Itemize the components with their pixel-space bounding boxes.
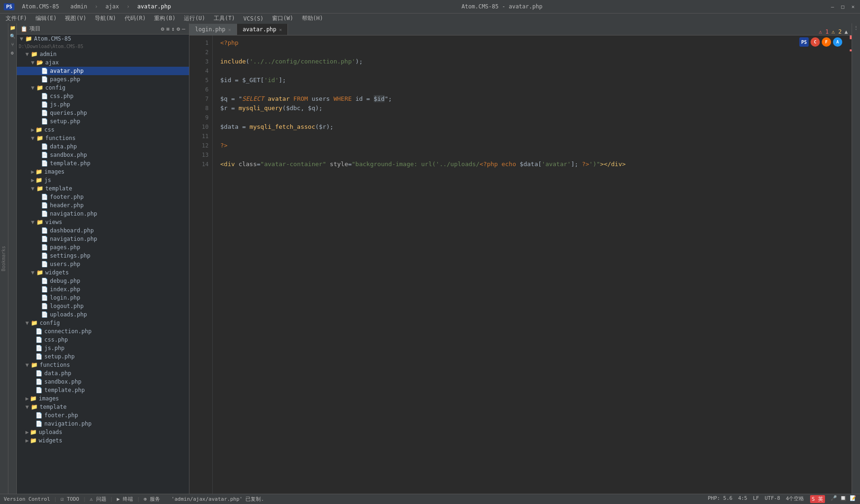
line-num-14: 14 (189, 160, 209, 169)
tree-item-pages-php[interactable]: 📄 pages.php (17, 75, 189, 84)
tree-item-functions2[interactable]: ▼ 📁 functions (17, 361, 189, 369)
settings-icon-btn[interactable]: ⚙ (9, 50, 16, 57)
tree-item-avatar-php[interactable]: 📄 avatar.php (17, 67, 189, 75)
tree-item-functions1[interactable]: ▼ 📁 functions (17, 134, 189, 142)
tree-item-template-php2[interactable]: 📄 template.php (17, 386, 189, 394)
tree-item-queries-php[interactable]: 📄 queries.php (17, 109, 189, 117)
status-spaces[interactable]: 4个空格 (786, 495, 804, 503)
tab-login-php-close[interactable]: ✕ (228, 27, 231, 32)
project-icon: 📋 (21, 26, 28, 32)
tree-item-footer-php1[interactable]: 📄 footer.php (17, 193, 189, 201)
tree-item-uploads-php[interactable]: 📄 uploads.php (17, 310, 189, 319)
tree-item-images2[interactable]: ▶ 📁 images (17, 394, 189, 403)
bookmarks-label[interactable]: Bookmarks (1, 246, 6, 271)
tree-item-header-php1[interactable]: 📄 header.php (17, 201, 189, 210)
menu-code[interactable]: 代码(R) (121, 14, 150, 23)
tree-item-connection-php[interactable]: 📄 connection.php (17, 327, 189, 336)
tree-item-login-php1[interactable]: 📄 login.php (17, 294, 189, 302)
tab-avatar-php-close[interactable]: ✕ (279, 27, 282, 32)
tree-item-js1[interactable]: ▶ 📁 js (17, 176, 189, 184)
tree-item-navigation-php2[interactable]: 📄 navigation.php (17, 420, 189, 428)
menu-vcs[interactable]: VCS(S) (240, 14, 267, 23)
file-tree-menu-icon[interactable]: ⚙ (177, 26, 180, 32)
line-num-12: 12 (189, 141, 209, 150)
file-tree-minimize-icon[interactable]: — (182, 26, 185, 32)
tree-item-sandbox-php2[interactable]: 📄 sandbox.php (17, 378, 189, 386)
window-controls[interactable]: — □ ✕ (829, 3, 856, 10)
tree-item-navigation-php1[interactable]: 📄 navigation.php (17, 210, 189, 218)
tab-atom-cms[interactable]: Atom.CMS-85 (18, 2, 63, 11)
tree-item-widgets1[interactable]: ▼ 📁 widgets (17, 268, 189, 277)
search-icon-btn[interactable]: 🔍 (9, 34, 16, 40)
tree-item-js-php1[interactable]: 📄 js.php (17, 100, 189, 109)
tree-item-dashboard-php[interactable]: 📄 dashboard.php (17, 226, 189, 235)
tree-item-sandbox-php1[interactable]: 📄 sandbox.php (17, 151, 189, 159)
status-todo[interactable]: ☑ TODO (61, 496, 79, 502)
menu-help[interactable]: 帮助(H) (298, 14, 327, 23)
tree-item-js-php2[interactable]: 📄 js.php (17, 344, 189, 352)
right-sidebar-icon1[interactable]: ⋮ (853, 25, 859, 31)
tree-item-admin[interactable]: ▼ 📁 admin (17, 50, 189, 58)
tree-item-css-php2[interactable]: 📄 css.php (17, 336, 189, 344)
menu-file[interactable]: 文件(F) (2, 14, 31, 23)
tree-item-config2[interactable]: ▼ 📁 config (17, 319, 189, 327)
folder-icon-btn[interactable]: 📁 (9, 25, 16, 32)
warning-count-badge[interactable]: ⚠ 2 (832, 28, 842, 35)
file-tree-settings-icon[interactable]: ⚙ (161, 26, 164, 32)
menu-refactor[interactable]: 重构(B) (150, 14, 179, 23)
window-minimize-button[interactable]: — (829, 3, 836, 10)
tree-item-setup-php1[interactable]: 📄 setup.php (17, 117, 189, 126)
status-encoding[interactable]: UTF-8 (765, 495, 780, 503)
status-lf[interactable]: LF (753, 495, 759, 503)
tab-avatar-php[interactable]: avatar.php (133, 2, 175, 11)
tab-avatar-php[interactable]: avatar.php ✕ (237, 24, 288, 35)
tab-ajax[interactable]: ajax (102, 2, 123, 11)
menu-edit[interactable]: 编辑(E) (32, 14, 61, 23)
tab-login-php[interactable]: login.php ✕ (189, 24, 237, 35)
input-method-badge[interactable]: S 英 (810, 495, 825, 503)
tree-item-logout-php[interactable]: 📄 logout.php (17, 302, 189, 310)
window-maximize-button[interactable]: □ (839, 3, 846, 10)
error-count-badge[interactable]: ⚠ 1 (818, 28, 829, 35)
menu-navigate[interactable]: 导航(N) (91, 14, 120, 23)
tree-item-data-php2[interactable]: 📄 data.php (17, 369, 189, 378)
tree-item-ajax[interactable]: ▼ 📂 ajax (17, 58, 189, 67)
tree-item-users-php[interactable]: 📄 users.php (17, 260, 189, 268)
tree-item-template1[interactable]: ▼ 📁 template (17, 184, 189, 193)
tree-item-index-php1[interactable]: 📄 index.php (17, 285, 189, 294)
tree-item-template-php1[interactable]: 📄 template.php (17, 159, 189, 168)
tree-root[interactable]: ▼ 📁 Atom.CMS-85 (17, 35, 189, 43)
tree-item-css[interactable]: ▶ 📁 css (17, 126, 189, 134)
tree-item-css-php1[interactable]: 📄 css.php (17, 92, 189, 100)
tree-item-views1[interactable]: ▼ 📁 views (17, 218, 189, 226)
git-icon-btn[interactable]: ⑂ (9, 42, 16, 49)
tree-item-uploads2[interactable]: ▶ 📁 uploads (17, 428, 189, 436)
tree-item-navigation2-php[interactable]: 📄 navigation.php (17, 235, 189, 243)
tree-item-widgets2[interactable]: ▶ 📁 widgets (17, 436, 189, 445)
tree-item-settings-php[interactable]: 📄 settings.php (17, 252, 189, 260)
tree-item-footer-php2[interactable]: 📄 footer.php (17, 411, 189, 420)
tree-item-debug-php[interactable]: 📄 debug.php (17, 277, 189, 285)
tree-root-label: Atom.CMS-85 (34, 35, 71, 42)
code-editor[interactable]: <?php include('../../config/connection.p… (213, 35, 845, 494)
menu-window[interactable]: 窗口(W) (268, 14, 297, 23)
tree-item-setup-php2[interactable]: 📄 setup.php (17, 352, 189, 361)
menu-run[interactable]: 运行(U) (180, 14, 209, 23)
tree-item-template2[interactable]: ▼ 📁 template (17, 403, 189, 411)
editor-tabs: login.php ✕ avatar.php ✕ ⚠ 1 ⚠ 2 ▲ (189, 23, 852, 35)
tab-admin[interactable]: admin (67, 2, 91, 11)
tree-item-data-php1[interactable]: 📄 data.php (17, 142, 189, 151)
file-tree-sort-icon[interactable]: ↕ (171, 26, 175, 32)
status-services[interactable]: ⊕ 服务 (144, 496, 160, 503)
tree-item-config1[interactable]: ▼ 📁 config (17, 84, 189, 92)
status-terminal[interactable]: ▶ 终端 (117, 496, 133, 503)
tab-collapse-icon[interactable]: ▲ (845, 28, 848, 35)
tree-item-pages2-php[interactable]: 📄 pages.php (17, 243, 189, 252)
menu-view[interactable]: 视图(V) (61, 14, 90, 23)
window-close-button[interactable]: ✕ (850, 3, 856, 10)
tree-item-images1[interactable]: ▶ 📁 images (17, 168, 189, 176)
file-tree-collapse-icon[interactable]: ≡ (166, 26, 169, 32)
status-problems[interactable]: ⚠ 问题 (90, 496, 106, 503)
menu-tools[interactable]: 工具(T) (210, 14, 239, 23)
status-version-control[interactable]: Version Control (4, 496, 50, 502)
